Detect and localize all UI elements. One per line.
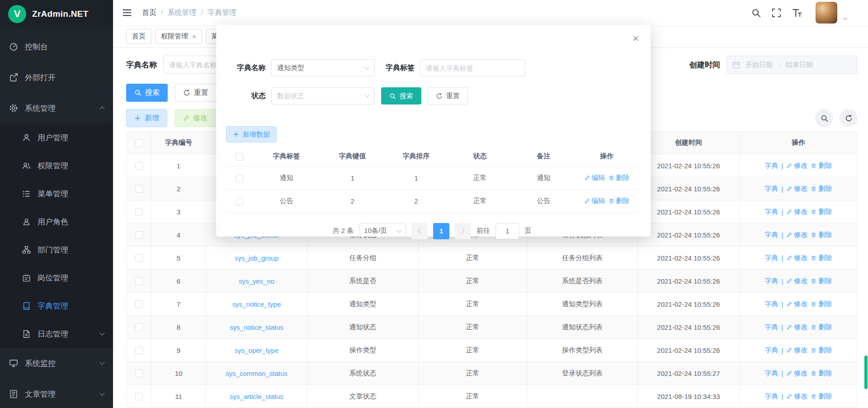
edit-link[interactable]: 编辑 [584,174,605,182]
avatar[interactable] [816,2,837,24]
edit-button[interactable]: 修改 [175,109,216,127]
dict-data-link[interactable]: 字典 [765,254,778,262]
sidebar-item-departments[interactable]: 部门管理 [0,236,113,264]
row-checkbox[interactable] [236,198,243,205]
dict-type-link[interactable]: sys_notice_status [230,323,283,331]
dict-type-link[interactable]: sys_article_status [230,393,283,400]
prev-page-button[interactable] [411,223,428,239]
sidebar-item-system[interactable]: 系统管理 [0,93,113,123]
dict-type-link[interactable]: sys_yes_no [239,277,274,285]
reset-button[interactable]: 重置 [175,84,217,102]
row-checkbox[interactable] [135,393,143,400]
delete-link[interactable]: 删除 [811,161,832,170]
delete-link[interactable]: 删除 [811,231,832,239]
row-checkbox[interactable] [135,185,143,193]
breadcrumb-home[interactable]: 首页 [142,8,156,18]
row-checkbox[interactable] [135,208,143,216]
page-number-button[interactable]: 1 [433,223,449,239]
dict-type-link[interactable]: sys_common_status [226,370,288,377]
edit-link[interactable]: 修改 [786,254,807,262]
page-scrollbar-thumb[interactable] [864,356,868,389]
page-size-select[interactable]: 10条/页 [359,223,406,239]
edit-link[interactable]: 修改 [786,185,807,193]
sidebar-item-menus[interactable]: 菜单管理 [0,180,113,208]
delete-link[interactable]: 删除 [811,185,832,193]
delete-link[interactable]: 删除 [811,323,832,332]
row-checkbox[interactable] [236,175,243,182]
row-checkbox[interactable] [135,277,143,285]
add-button[interactable]: 新增 [126,109,167,127]
dict-data-link[interactable]: 字典 [765,208,778,216]
row-checkbox[interactable] [135,254,143,262]
sidebar-item-monitoring[interactable]: 系统监控 [0,348,113,379]
tab-home[interactable]: 首页 [126,29,151,44]
dict-data-link[interactable]: 字典 [765,323,778,332]
sidebar-item-logs[interactable]: 日志管理 [0,320,113,348]
delete-link[interactable]: 删除 [811,208,832,216]
delete-link[interactable]: 删除 [811,254,832,262]
delete-link[interactable]: 删除 [609,197,630,205]
close-icon[interactable]: × [632,33,639,44]
row-checkbox[interactable] [135,323,143,331]
create-time-range-picker[interactable]: 开始日期 - 结束日期 [726,56,858,74]
close-icon[interactable]: × [192,33,196,40]
sidebar-item-permissions[interactable]: 权限管理 [0,152,113,180]
next-page-button[interactable] [455,223,471,239]
edit-link[interactable]: 修改 [786,323,807,332]
font-size-icon[interactable] [792,8,802,18]
dict-data-link[interactable]: 字典 [765,277,778,285]
edit-link[interactable]: 修改 [786,277,807,285]
sidebar-item-external[interactable]: 外部打开 [0,62,113,93]
row-checkbox[interactable] [135,346,143,354]
add-data-button[interactable]: 新增数据 [226,126,277,142]
dict-data-link[interactable]: 字典 [765,161,778,170]
row-checkbox[interactable] [135,162,143,170]
breadcrumb-system[interactable]: 系统管理 [167,8,196,18]
select-all-checkbox[interactable] [236,153,243,161]
dict-label-input[interactable] [420,59,525,76]
toggle-search-button[interactable] [815,109,833,127]
edit-link[interactable]: 修改 [786,231,807,239]
caret-down-icon[interactable] [843,15,848,20]
dict-type-link[interactable]: sys_oper_type [235,346,279,354]
edit-link[interactable]: 修改 [786,300,807,308]
search-button[interactable]: 搜索 [126,84,168,102]
dict-data-link[interactable]: 字典 [765,346,778,355]
sidebar-item-user-roles[interactable]: 用户角色 [0,208,113,236]
edit-link[interactable]: 编辑 [584,197,605,205]
sidebar-item-articles[interactable]: 文章管理 [0,379,113,408]
search-icon[interactable] [751,8,761,18]
row-checkbox[interactable] [135,370,143,377]
delete-link[interactable]: 删除 [811,369,832,378]
status-select[interactable]: 数据状态 [271,87,375,104]
app-logo[interactable]: V ZrAdmin.NET [0,0,113,28]
dict-data-link[interactable]: 字典 [765,300,778,308]
delete-link[interactable]: 删除 [609,174,630,182]
dict-name-select[interactable]: 通知类型 [271,59,375,76]
select-all-checkbox[interactable] [135,139,143,147]
dialog-search-button[interactable]: 搜索 [381,87,421,104]
sidebar-item-users[interactable]: 用户管理 [0,123,113,152]
fullscreen-icon[interactable] [772,8,781,18]
sidebar-item-dashboard[interactable]: 控制台 [0,31,113,62]
dict-type-link[interactable]: sys_job_group [235,254,279,262]
goto-page-input[interactable] [495,223,519,239]
edit-link[interactable]: 修改 [786,346,807,355]
edit-link[interactable]: 修改 [786,208,807,216]
edit-link[interactable]: 修改 [786,161,807,170]
dict-data-link[interactable]: 字典 [765,231,778,239]
delete-link[interactable]: 删除 [811,392,832,401]
dict-data-link[interactable]: 字典 [765,392,778,401]
row-checkbox[interactable] [135,300,143,308]
delete-link[interactable]: 删除 [811,346,832,355]
dict-data-link[interactable]: 字典 [765,369,778,378]
refresh-button[interactable] [840,109,858,127]
dict-data-link[interactable]: 字典 [765,185,778,193]
edit-link[interactable]: 修改 [786,369,807,378]
row-checkbox[interactable] [135,231,143,239]
delete-link[interactable]: 删除 [811,277,832,285]
menu-fold-icon[interactable] [122,8,132,18]
delete-link[interactable]: 删除 [811,300,832,308]
dict-type-link[interactable]: sys_notice_type [232,300,281,308]
dialog-reset-button[interactable]: 重置 [428,87,468,104]
